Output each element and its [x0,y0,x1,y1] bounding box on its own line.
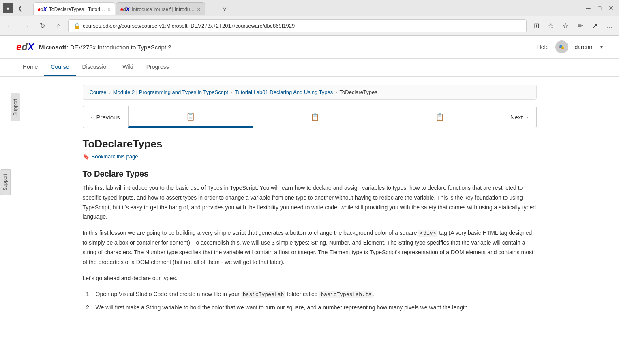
step-tab-2-icon: 📋 [311,113,319,121]
list-item-1: Open up Visual Studio Code and create a … [92,289,537,299]
tab1-label: ToDeclareTypes | Tutori… [49,6,105,12]
header-right: Help 🎭 darenm ▾ [537,40,603,53]
username[interactable]: darenm [575,44,594,50]
step-tab-3[interactable]: 📋 [377,106,501,128]
support-tab[interactable]: Support [0,169,11,195]
bookmark-label: Bookmark this page [92,153,138,160]
minimize-button[interactable]: ─ [583,3,593,13]
list-item-1-text-mid: folder called [285,291,319,297]
breadcrumb-sep-1: › [109,89,110,95]
tab2-close[interactable]: × [197,6,200,13]
tab-course[interactable]: Course [44,59,75,76]
tab-home[interactable]: Home [16,59,44,76]
bookmark-link[interactable]: 🔖 Bookmark this page [83,153,537,160]
address-text: courses.edx.org/courses/course-v1:Micros… [83,23,295,29]
next-chevron-icon: › [526,114,528,121]
breadcrumb-sep-2: › [231,89,232,95]
breadcrumb-sep-3: › [335,89,337,95]
taskbar-icon[interactable]: ■ [3,3,13,13]
more-button[interactable]: … [603,19,616,32]
share-button[interactable]: ↗ [588,19,601,32]
user-dropdown-arrow[interactable]: ▾ [600,44,603,50]
breadcrumb: Course › Module 2 | Programming and Type… [83,85,537,100]
back-button[interactable]: ← [3,19,16,32]
instruction-list: Open up Visual Studio Code and create a … [83,289,537,312]
tab-1[interactable]: edX ToDeclareTypes | Tutori… × [33,2,115,15]
section-title: To Declare Types [83,169,537,179]
tab1-logo: edX [38,6,47,12]
breadcrumb-course[interactable]: Course [90,89,107,95]
breadcrumb-current: ToDeclareTypes [340,89,377,95]
tab-dropdown[interactable]: ∨ [220,2,229,15]
intro-paragraph: This first lab will introduce you to the… [83,183,537,222]
next-label: Next [510,114,523,121]
support-tab[interactable]: Support [11,93,20,121]
step-tab-1-icon: 📋 [186,112,195,121]
list-item-2: We will first make a String variable to … [92,303,537,313]
avatar: 🎭 [555,40,568,53]
prev-label: Previous [96,114,120,121]
nav-tabs: Home Course Discussion Wiki Progress [0,59,619,77]
list-item-1-text-before: Open up Visual Studio Code and create a … [96,291,241,297]
taskbar-back[interactable]: ❮ [15,3,25,13]
step-nav: ‹ Previous 📋 📋 📋 Next › [83,106,537,128]
second-paragraph: In this first lesson we are going to be … [83,228,537,267]
help-link[interactable]: Help [537,44,549,50]
course-title: Microsoft: DEV273x Introduction to TypeS… [39,44,171,51]
tab2-label: Introduce Yourself | Introdu… [132,6,195,12]
breadcrumb-tutorial[interactable]: Tutorial Lab01 Declaring And Using Types [235,89,333,95]
third-paragraph: Let's go ahead and declare our types. [83,274,537,283]
page-wrapper: edX Microsoft: DEV273x Introduction to T… [0,36,619,364]
tab-wiki[interactable]: Wiki [116,59,139,76]
address-bar: ← → ↻ ⌂ 🔒 courses.edx.org/courses/course… [0,16,619,36]
step-tab-1[interactable]: 📋 [128,106,253,128]
list-item-2-text: We will first make a String variable to … [96,304,473,311]
title-bar: ■ ❮ edX ToDeclareTypes | Tutori… × edX I… [0,0,619,16]
browser-chrome: ■ ❮ edX ToDeclareTypes | Tutori… × edX I… [0,0,619,364]
list-item-1-code2: basicTypesLab.ts [319,291,373,298]
reader-mode-button[interactable]: ⊞ [530,19,543,32]
next-button[interactable]: Next › [502,106,536,128]
step-tab-2[interactable]: 📋 [253,106,377,128]
breadcrumb-module[interactable]: Module 2 | Programming and Types in Type… [113,89,228,95]
list-item-1-text-after: . [373,291,375,297]
step-tab-3-icon: 📋 [435,113,444,121]
favorites-button[interactable]: ☆ [544,19,557,32]
refresh-button[interactable]: ↻ [36,19,49,32]
forward-button[interactable]: → [19,19,32,32]
edx-logo: edX [16,41,34,53]
list-item-1-code1: basicTypesLab [241,291,285,298]
tab1-close[interactable]: × [107,6,111,13]
bookmark-icon: 🔖 [83,153,89,160]
tab2-logo: edX [120,6,129,12]
prev-chevron-icon: ‹ [91,114,93,121]
second-para-start: In this first lesson we are going to be … [83,230,419,236]
tab-discussion[interactable]: Discussion [76,59,116,76]
new-tab-button[interactable]: + [206,2,219,15]
page-title: ToDeclareTypes [83,138,537,150]
code-div-tag: <div> [418,230,437,237]
home-button[interactable]: ⌂ [52,19,65,32]
address-field[interactable]: 🔒 courses.edx.org/courses/course-v1:Micr… [68,19,527,32]
lock-icon: 🔒 [73,23,80,29]
prev-button[interactable]: ‹ Previous [83,106,128,128]
reading-list-button[interactable]: ☆ [559,19,572,32]
main-content: Course › Module 2 | Programming and Type… [66,77,553,324]
notes-button[interactable]: ✏ [574,19,587,32]
close-button[interactable]: × [606,3,616,13]
edx-header: edX Microsoft: DEV273x Introduction to T… [0,36,619,59]
tab-2[interactable]: edX Introduce Yourself | Introdu… × [116,2,205,15]
tab-progress[interactable]: Progress [140,59,176,76]
maximize-button[interactable]: □ [595,3,604,13]
